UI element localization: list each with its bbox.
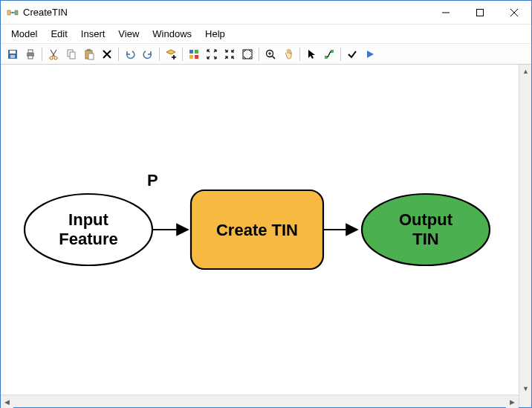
svg-rect-9	[28, 56, 33, 59]
output-node-line1: Output	[399, 210, 453, 229]
svg-point-10	[50, 56, 53, 59]
copy-icon[interactable]	[62, 45, 80, 63]
connect-icon[interactable]	[320, 45, 338, 63]
svg-rect-20	[195, 55, 198, 59]
canvas-area: P Input Feature Create TIN	[1, 65, 531, 395]
svg-rect-1	[15, 10, 18, 15]
select-icon[interactable]	[302, 45, 320, 63]
menu-windows[interactable]: Windows	[146, 26, 198, 42]
svg-rect-8	[28, 50, 33, 53]
auto-layout-icon[interactable]	[239, 45, 256, 63]
scroll-down-icon[interactable]: ▼	[519, 382, 531, 395]
undo-icon[interactable]	[121, 45, 139, 63]
scroll-right-icon[interactable]: ▶	[506, 395, 519, 408]
app-icon	[7, 7, 19, 19]
toolbar-separator	[182, 48, 183, 61]
horizontal-scrollbar[interactable]: ◀ ▶	[1, 395, 519, 407]
process-node-label: Create TIN	[216, 221, 298, 239]
menu-view[interactable]: View	[112, 26, 145, 42]
save-icon[interactable]	[4, 45, 22, 63]
model-canvas[interactable]: P Input Feature Create TIN	[1, 65, 519, 395]
scroll-track[interactable]	[519, 77, 531, 382]
fixed-zoom-in-icon[interactable]	[203, 45, 221, 63]
input-node-line1: Input	[68, 210, 108, 229]
scroll-track[interactable]	[13, 395, 506, 407]
toolbar-separator	[118, 48, 119, 61]
svg-rect-16	[88, 54, 94, 59]
svg-rect-0	[7, 10, 10, 15]
delete-icon[interactable]	[98, 45, 116, 63]
add-data-icon[interactable]	[162, 45, 180, 63]
window-title: CreateTIN	[23, 7, 68, 18]
vertical-scrollbar[interactable]: ▲ ▼	[519, 65, 531, 395]
toolbar-separator	[159, 48, 160, 61]
parameter-label: P	[147, 171, 158, 190]
close-button[interactable]	[497, 1, 531, 24]
svg-point-11	[54, 56, 57, 59]
toolbar-separator	[299, 48, 300, 61]
output-tin-node[interactable]: Output TIN	[362, 194, 490, 265]
output-node-line2: TIN	[412, 230, 438, 248]
menu-insert[interactable]: Insert	[75, 26, 111, 42]
print-icon[interactable]	[22, 45, 39, 63]
app-window: CreateTIN Model Edit Insert View Windows…	[0, 0, 532, 408]
menubar: Model Edit Insert View Windows Help	[1, 25, 531, 44]
menu-edit[interactable]: Edit	[45, 26, 73, 42]
toolbar	[1, 44, 531, 65]
svg-rect-3	[477, 9, 484, 16]
create-tin-node[interactable]: Create TIN	[191, 190, 323, 269]
svg-rect-17	[189, 50, 193, 54]
scroll-left-icon[interactable]: ◀	[1, 395, 13, 408]
toolbar-separator	[259, 48, 259, 61]
validate-icon[interactable]	[343, 45, 361, 63]
svg-rect-15	[87, 49, 91, 51]
input-node-line2: Feature	[59, 230, 117, 248]
cut-icon[interactable]	[45, 45, 62, 63]
svg-rect-19	[189, 55, 193, 59]
titlebar: CreateTIN	[1, 1, 531, 25]
redo-icon[interactable]	[139, 45, 157, 63]
paste-icon[interactable]	[80, 45, 98, 63]
zoom-in-icon[interactable]	[262, 45, 279, 63]
svg-rect-6	[10, 55, 15, 58]
svg-rect-23	[325, 56, 328, 59]
pan-icon[interactable]	[279, 45, 297, 63]
svg-rect-24	[331, 50, 334, 53]
svg-rect-13	[70, 52, 75, 59]
run-icon[interactable]	[361, 45, 379, 63]
maximize-button[interactable]	[463, 1, 497, 24]
full-extent-icon[interactable]	[185, 45, 203, 63]
svg-point-2	[12, 11, 13, 13]
fixed-zoom-out-icon[interactable]	[221, 45, 239, 63]
toolbar-separator	[42, 48, 42, 61]
input-feature-node[interactable]: Input Feature	[25, 194, 152, 265]
menu-model[interactable]: Model	[5, 26, 43, 42]
scroll-up-icon[interactable]: ▲	[519, 65, 531, 77]
svg-rect-18	[195, 50, 198, 54]
minimize-button[interactable]	[429, 1, 463, 24]
scroll-corner	[519, 395, 531, 407]
menu-help[interactable]: Help	[199, 26, 231, 42]
svg-rect-5	[10, 51, 16, 54]
toolbar-separator	[340, 48, 341, 61]
